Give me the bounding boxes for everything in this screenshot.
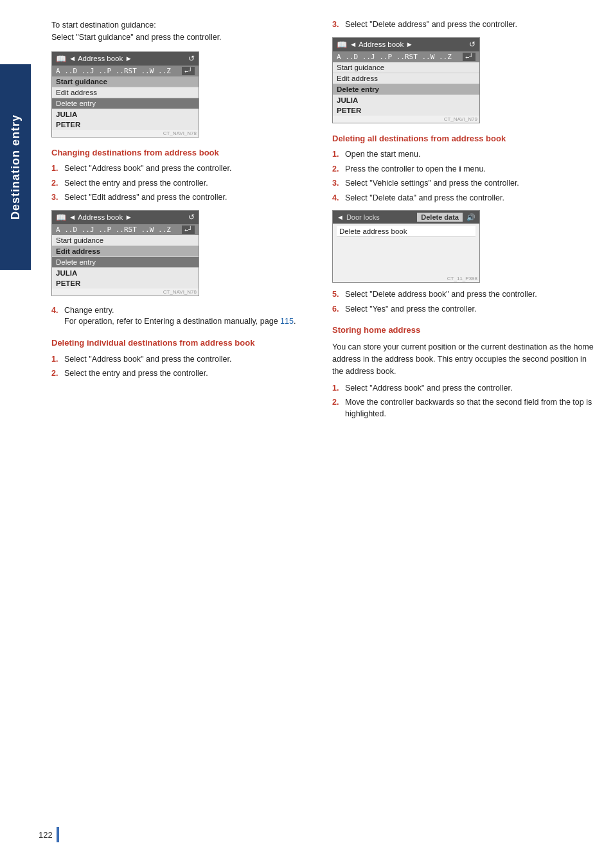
changing-step-2: 2. Select the entry and press the contro…: [51, 178, 313, 190]
address-book-widget-2: 📖 ◄ Address book ► ↺ A ..D ..J ..P ..RST…: [51, 210, 199, 296]
deleting-individual-steps: 1. Select "Address book" and press the c…: [51, 354, 313, 380]
page-number: 122: [39, 830, 53, 840]
ab2-name-julia: JULIA: [52, 268, 199, 278]
changing-step-1: 1. Select "Address book" and press the c…: [51, 163, 313, 175]
section-storing-heading: Storing home address: [332, 325, 594, 336]
page-bar: [57, 827, 59, 842]
ab1-item-delete[interactable]: Delete entry: [52, 98, 199, 109]
changing-steps-list: 1. Select "Address book" and press the c…: [51, 163, 313, 204]
dw-delete-address-book[interactable]: Delete address book: [337, 226, 475, 237]
del-all-step-3: 3. Select "Vehicle settings" and press t…: [332, 178, 594, 190]
right-step3: 3. Select "Delete address" and press the…: [332, 19, 594, 31]
book-icon-3: 📖: [337, 40, 347, 49]
section-deleting-all-heading: Deleting all destinations from address b…: [332, 134, 594, 145]
ab3-nav-row: A ..D ..J ..P ..RST ..W ..Z ←┘: [333, 51, 479, 62]
del-all-step-1: 1. Open the start menu.: [332, 149, 594, 161]
step-6: 6. Select "Yes" and press the controller…: [332, 304, 594, 315]
dw-body: Delete address book: [333, 224, 479, 275]
step-5: 5. Select "Delete address book" and pres…: [332, 289, 594, 301]
storing-steps-list: 1. Select "Address book" and press the c…: [332, 383, 594, 420]
ab1-refresh-icon: ↺: [188, 54, 195, 63]
changing-step-3: 3. Select "Edit address" and press the c…: [51, 192, 313, 204]
ab1-name-peter: PETER: [52, 120, 199, 130]
dw-sound-icon: 🔊: [466, 213, 475, 222]
ab3-watermark: CT_NAVI_N79: [333, 116, 479, 123]
ab2-nav-row: A ..D ..J ..P ..RST ..W ..Z ←┘: [52, 224, 199, 235]
dw-watermark: CT_11_P398: [333, 275, 479, 282]
intro-line1: To start destination guidance:: [51, 19, 313, 31]
storing-step-2: 2. Move the controller backwards so that…: [332, 397, 594, 420]
section-deleting-individual-heading: Deleting individual destinations from ad…: [51, 338, 313, 349]
ab1-header: 📖 ◄ Address book ► ↺: [52, 52, 199, 66]
dw-tab-deletedata[interactable]: Delete data: [417, 213, 463, 222]
ab2-item-edit[interactable]: Edit address: [52, 246, 199, 257]
storing-step-1: 1. Select "Address book" and press the c…: [332, 383, 594, 394]
ab1-enter: ←┘: [182, 67, 195, 75]
right-step3-list: 3. Select "Delete address" and press the…: [332, 19, 594, 31]
del-all-step-4: 4. Select "Delete data" and press the co…: [332, 193, 594, 204]
sidebar-label: Destination entry: [0, 64, 31, 270]
right-column: 3. Select "Delete address" and press the…: [332, 19, 594, 426]
ab2-header-text: ◄ Address book ►: [69, 213, 132, 221]
delete-data-widget: ◄ Door locks Delete data 🔊 Delete addres…: [332, 210, 480, 283]
ab2-watermark: CT_NAVI_N78: [52, 288, 199, 296]
ab1-item-start[interactable]: Start guidance: [52, 76, 199, 87]
ab3-item-edit[interactable]: Edit address: [333, 73, 479, 84]
ab2-item-start[interactable]: Start guidance: [52, 235, 199, 246]
ab3-header: 📖 ◄ Address book ► ↺: [333, 38, 479, 51]
address-book-widget-1: 📖 ◄ Address book ► ↺ A ..D ..J ..P ..RST…: [51, 51, 199, 137]
storing-body: You can store your current position or t…: [332, 341, 594, 377]
deleting-all-steps: 1. Open the start menu. 2. Press the con…: [332, 149, 594, 204]
ab3-header-text: ◄ Address book ►: [350, 40, 413, 48]
book-icon-1: 📖: [56, 54, 66, 64]
ab2-header: 📖 ◄ Address book ► ↺: [52, 211, 199, 224]
main-content: To start destination guidance: Select "S…: [39, 0, 613, 445]
ab3-enter: ←┘: [463, 53, 475, 61]
ab2-item-delete[interactable]: Delete entry: [52, 257, 199, 268]
ab1-item-edit[interactable]: Edit address: [52, 87, 199, 98]
address-book-widget-3: 📖 ◄ Address book ► ↺ A ..D ..J ..P ..RST…: [332, 37, 480, 123]
ab2-enter: ←┘: [182, 226, 195, 234]
ab1-watermark: CT_NAVI_N78: [52, 130, 199, 137]
ab2-name-peter: PETER: [52, 278, 199, 288]
del-all-step-2: 2. Press the controller to open the i me…: [332, 164, 594, 175]
section-changing-heading: Changing destinations from address book: [51, 148, 313, 159]
ab3-item-delete[interactable]: Delete entry: [333, 84, 479, 95]
step4-item: 4. Change entry. For operation, refer to…: [51, 305, 313, 328]
dw-header: ◄ Door locks Delete data 🔊: [333, 211, 479, 224]
ab1-header-text: ◄ Address book ►: [69, 55, 132, 62]
dw-back-icon: ◄: [337, 213, 344, 221]
ab3-refresh-icon: ↺: [469, 40, 475, 49]
del-ind-step-1: 1. Select "Address book" and press the c…: [51, 354, 313, 366]
dw-tab-doorlocks[interactable]: Door locks: [344, 213, 417, 221]
intro-block: To start destination guidance: Select "S…: [51, 19, 313, 44]
intro-line2: Select "Start guidance" and press the co…: [51, 31, 313, 44]
ab3-name-peter: PETER: [333, 105, 479, 116]
sidebar-label-text: Destination entry: [9, 114, 22, 220]
page-link[interactable]: 115: [280, 317, 294, 326]
ab2-refresh-icon: ↺: [188, 213, 195, 222]
ab3-name-julia: JULIA: [333, 95, 479, 105]
ab1-name-julia: JULIA: [52, 109, 199, 120]
ab3-item-start[interactable]: Start guidance: [333, 62, 479, 73]
del-ind-step-2: 2. Select the entry and press the contro…: [51, 368, 313, 380]
left-column: To start destination guidance: Select "S…: [51, 19, 313, 426]
book-icon-2: 📖: [56, 213, 66, 222]
ab1-nav-row: A ..D ..J ..P ..RST ..W ..Z ←┘: [52, 66, 199, 76]
step4-list: 4. Change entry. For operation, refer to…: [51, 305, 313, 328]
steps-5-6-list: 5. Select "Delete address book" and pres…: [332, 289, 594, 315]
page-footer: 122: [39, 827, 59, 842]
